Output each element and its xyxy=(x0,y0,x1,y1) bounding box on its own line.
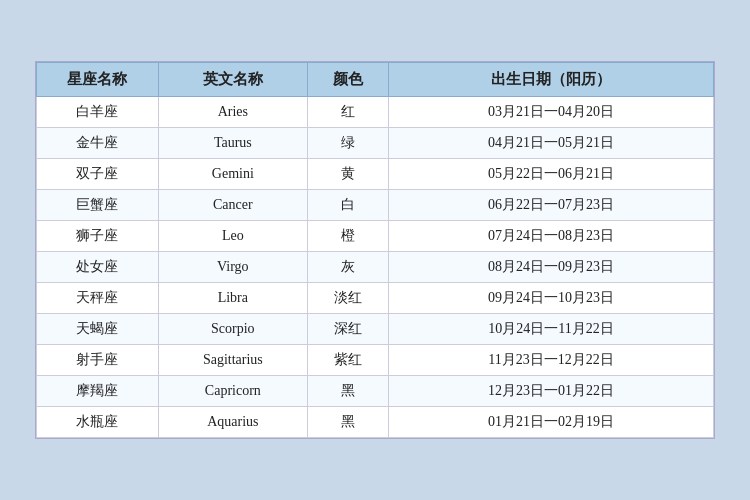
table-row: 双子座Gemini黄05月22日一06月21日 xyxy=(37,159,714,190)
header-date: 出生日期（阳历） xyxy=(389,63,714,97)
cell-zh: 摩羯座 xyxy=(37,376,159,407)
cell-en: Sagittarius xyxy=(158,345,307,376)
cell-color: 黑 xyxy=(307,376,388,407)
cell-color: 白 xyxy=(307,190,388,221)
table-row: 摩羯座Capricorn黑12月23日一01月22日 xyxy=(37,376,714,407)
cell-en: Aquarius xyxy=(158,407,307,438)
cell-zh: 双子座 xyxy=(37,159,159,190)
cell-en: Libra xyxy=(158,283,307,314)
cell-en: Virgo xyxy=(158,252,307,283)
cell-zh: 白羊座 xyxy=(37,97,159,128)
cell-zh: 处女座 xyxy=(37,252,159,283)
cell-color: 深红 xyxy=(307,314,388,345)
zodiac-table-container: 星座名称 英文名称 颜色 出生日期（阳历） 白羊座Aries红03月21日一04… xyxy=(35,61,715,439)
cell-date: 05月22日一06月21日 xyxy=(389,159,714,190)
cell-date: 07月24日一08月23日 xyxy=(389,221,714,252)
cell-date: 11月23日一12月22日 xyxy=(389,345,714,376)
table-row: 金牛座Taurus绿04月21日一05月21日 xyxy=(37,128,714,159)
cell-date: 08月24日一09月23日 xyxy=(389,252,714,283)
cell-color: 红 xyxy=(307,97,388,128)
table-row: 天秤座Libra淡红09月24日一10月23日 xyxy=(37,283,714,314)
cell-zh: 金牛座 xyxy=(37,128,159,159)
cell-en: Cancer xyxy=(158,190,307,221)
cell-en: Scorpio xyxy=(158,314,307,345)
cell-zh: 天蝎座 xyxy=(37,314,159,345)
cell-en: Leo xyxy=(158,221,307,252)
cell-color: 黑 xyxy=(307,407,388,438)
cell-zh: 射手座 xyxy=(37,345,159,376)
cell-date: 03月21日一04月20日 xyxy=(389,97,714,128)
cell-date: 04月21日一05月21日 xyxy=(389,128,714,159)
table-row: 处女座Virgo灰08月24日一09月23日 xyxy=(37,252,714,283)
header-zh: 星座名称 xyxy=(37,63,159,97)
table-row: 狮子座Leo橙07月24日一08月23日 xyxy=(37,221,714,252)
cell-date: 10月24日一11月22日 xyxy=(389,314,714,345)
cell-color: 黄 xyxy=(307,159,388,190)
cell-zh: 巨蟹座 xyxy=(37,190,159,221)
cell-date: 09月24日一10月23日 xyxy=(389,283,714,314)
table-row: 白羊座Aries红03月21日一04月20日 xyxy=(37,97,714,128)
cell-date: 12月23日一01月22日 xyxy=(389,376,714,407)
cell-en: Taurus xyxy=(158,128,307,159)
table-body: 白羊座Aries红03月21日一04月20日金牛座Taurus绿04月21日一0… xyxy=(37,97,714,438)
cell-en: Capricorn xyxy=(158,376,307,407)
cell-color: 橙 xyxy=(307,221,388,252)
header-color: 颜色 xyxy=(307,63,388,97)
table-header-row: 星座名称 英文名称 颜色 出生日期（阳历） xyxy=(37,63,714,97)
table-row: 天蝎座Scorpio深红10月24日一11月22日 xyxy=(37,314,714,345)
cell-date: 06月22日一07月23日 xyxy=(389,190,714,221)
cell-zh: 天秤座 xyxy=(37,283,159,314)
cell-color: 绿 xyxy=(307,128,388,159)
table-row: 巨蟹座Cancer白06月22日一07月23日 xyxy=(37,190,714,221)
cell-color: 紫红 xyxy=(307,345,388,376)
table-row: 水瓶座Aquarius黑01月21日一02月19日 xyxy=(37,407,714,438)
cell-en: Aries xyxy=(158,97,307,128)
cell-date: 01月21日一02月19日 xyxy=(389,407,714,438)
zodiac-table: 星座名称 英文名称 颜色 出生日期（阳历） 白羊座Aries红03月21日一04… xyxy=(36,62,714,438)
cell-zh: 水瓶座 xyxy=(37,407,159,438)
cell-color: 灰 xyxy=(307,252,388,283)
cell-zh: 狮子座 xyxy=(37,221,159,252)
table-row: 射手座Sagittarius紫红11月23日一12月22日 xyxy=(37,345,714,376)
cell-en: Gemini xyxy=(158,159,307,190)
cell-color: 淡红 xyxy=(307,283,388,314)
header-en: 英文名称 xyxy=(158,63,307,97)
